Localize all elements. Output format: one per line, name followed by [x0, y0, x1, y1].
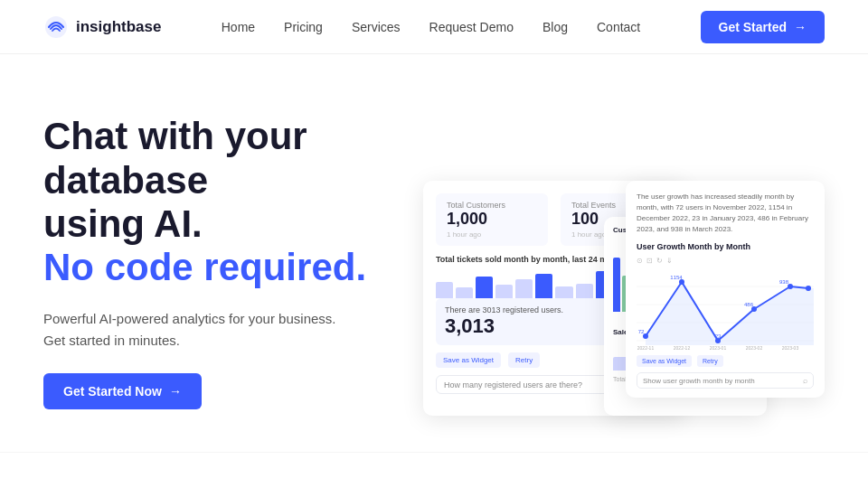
metric-customers: Total Customers 1,000 1 hour ago [436, 193, 548, 246]
chart-icon-2: ⊡ [646, 257, 653, 265]
chart-icon-3: ↻ [656, 257, 663, 265]
bottom-section: Your data at your fingertips. [0, 452, 868, 488]
hero-section: Chat with your database using AI. No cod… [0, 54, 868, 452]
svg-text:72: 72 [638, 329, 645, 334]
chart-search-input-row[interactable]: Show user growth month by month ⌕ [637, 372, 814, 389]
save-widget-button[interactable]: Save as Widget [436, 352, 501, 368]
nav-link-services[interactable]: Services [352, 20, 401, 34]
svg-text:2023-02: 2023-02 [746, 345, 763, 350]
svg-text:2022-12: 2022-12 [674, 345, 691, 350]
logo[interactable]: insightbase [43, 14, 161, 40]
svg-text:2022-11: 2022-11 [637, 345, 655, 350]
nav-cta-arrow-icon: → [794, 20, 807, 34]
hero-subtitle: Powerful AI-powered analytics for your b… [43, 308, 387, 352]
svg-text:938: 938 [779, 279, 789, 285]
nav-link-blog[interactable]: Blog [542, 20, 568, 34]
hero-cta-button[interactable]: Get Started Now → [43, 373, 202, 409]
logo-text: insightbase [76, 18, 161, 36]
svg-text:1154: 1154 [670, 275, 683, 280]
chart-icon-1: ⊙ [637, 257, 643, 265]
chart-retry-button[interactable]: Retry [697, 355, 723, 367]
hero-visual: Total Customers 1,000 1 hour ago Total E… [423, 108, 825, 416]
hero-left: Chat with your database using AI. No cod… [43, 115, 387, 408]
chart-footer: Save as Widget Retry [637, 355, 814, 367]
nav-link-contact[interactable]: Contact [597, 20, 640, 34]
svg-text:2023-01: 2023-01 [710, 345, 727, 350]
hero-title: Chat with your database using AI. No cod… [43, 115, 387, 289]
dashboard-card-right: The user growth has increased steadily m… [626, 181, 825, 398]
retry-button[interactable]: Retry [508, 352, 540, 368]
svg-text:23: 23 [715, 333, 722, 339]
nav-link-requestdemo[interactable]: Request Demo [429, 20, 514, 34]
nav-link-pricing[interactable]: Pricing [284, 20, 323, 34]
navbar: insightbase Home Pricing Services Reques… [0, 0, 868, 54]
nav-cta-button[interactable]: Get Started → [701, 11, 825, 43]
svg-point-10 [806, 286, 811, 291]
svg-text:2023-03: 2023-03 [782, 345, 799, 350]
chart-icon-4: ⇓ [666, 257, 673, 265]
nav-links: Home Pricing Services Request Demo Blog … [222, 20, 641, 34]
chart-icon-row: ⊙ ⊡ ↻ ⇓ [637, 257, 814, 265]
nav-link-home[interactable]: Home [222, 20, 255, 34]
hero-cta-arrow-icon: → [169, 384, 182, 399]
chart-search-icon: ⌕ [803, 376, 807, 385]
svg-text:486: 486 [744, 302, 754, 307]
logo-icon [43, 14, 69, 40]
line-chart: 1154 938 486 72 23 2022-11 2022-12 2023-… [637, 268, 814, 350]
chart-save-widget-button[interactable]: Save as Widget [637, 355, 692, 367]
